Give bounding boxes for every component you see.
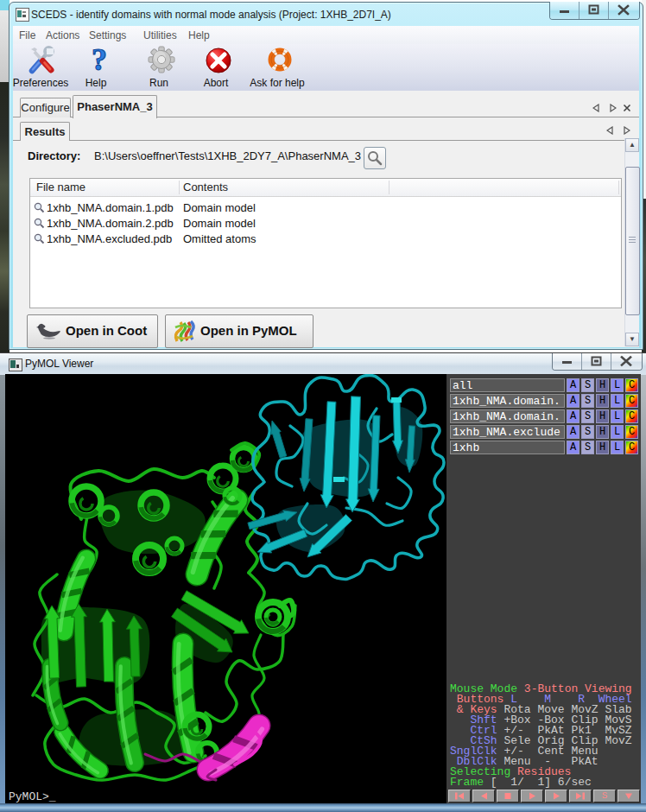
svg-text:?: ? <box>92 45 107 76</box>
